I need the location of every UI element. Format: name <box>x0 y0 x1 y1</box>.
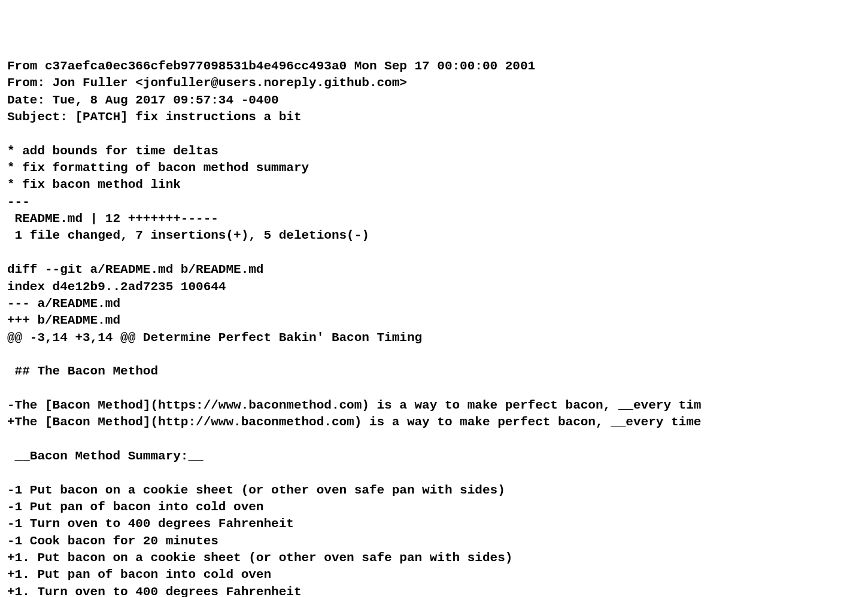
patch-line: -1 Turn oven to 400 degrees Fahrenheit <box>7 516 861 532</box>
patch-line: -1 Cook bacon for 20 minutes <box>7 533 861 550</box>
patch-line <box>7 346 861 363</box>
git-patch-text: From c37aefca0ec366cfeb977098531b4e496cc… <box>7 58 861 597</box>
patch-line: -The [Bacon Method](https://www.baconmet… <box>7 397 861 414</box>
patch-line: __Bacon Method Summary:__ <box>7 448 861 465</box>
patch-line <box>7 245 861 261</box>
patch-line: --- a/README.md <box>7 296 861 312</box>
patch-line: Date: Tue, 8 Aug 2017 09:57:34 -0400 <box>7 92 861 109</box>
patch-line: From: Jon Fuller <jonfuller@users.norepl… <box>7 75 861 92</box>
patch-line: +++ b/README.md <box>7 312 861 329</box>
patch-line: index d4e12b9..2ad7235 100644 <box>7 279 861 296</box>
patch-line: * add bounds for time deltas <box>7 143 861 160</box>
patch-line: -1 Put pan of bacon into cold oven <box>7 499 861 516</box>
patch-line <box>7 465 861 482</box>
patch-line: -1 Put bacon on a cookie sheet (or other… <box>7 482 861 499</box>
patch-line: @@ -3,14 +3,14 @@ Determine Perfect Baki… <box>7 330 861 346</box>
patch-line: +1. Put bacon on a cookie sheet (or othe… <box>7 550 861 566</box>
patch-line <box>7 380 861 397</box>
patch-line <box>7 431 861 448</box>
patch-line: ## The Bacon Method <box>7 363 861 380</box>
patch-line: * fix bacon method link <box>7 176 861 193</box>
patch-line: 1 file changed, 7 insertions(+), 5 delet… <box>7 227 861 244</box>
patch-line: +1. Turn oven to 400 degrees Fahrenheit <box>7 584 861 597</box>
patch-line <box>7 126 861 142</box>
patch-line: +The [Bacon Method](http://www.baconmeth… <box>7 414 861 431</box>
patch-line: * fix formatting of bacon method summary <box>7 160 861 176</box>
patch-line: +1. Put pan of bacon into cold oven <box>7 566 861 583</box>
patch-line: --- <box>7 194 861 211</box>
patch-line: From c37aefca0ec366cfeb977098531b4e496cc… <box>7 58 861 75</box>
patch-line: README.md | 12 +++++++----- <box>7 211 861 227</box>
patch-line: Subject: [PATCH] fix instructions a bit <box>7 109 861 126</box>
patch-line: diff --git a/README.md b/README.md <box>7 261 861 278</box>
